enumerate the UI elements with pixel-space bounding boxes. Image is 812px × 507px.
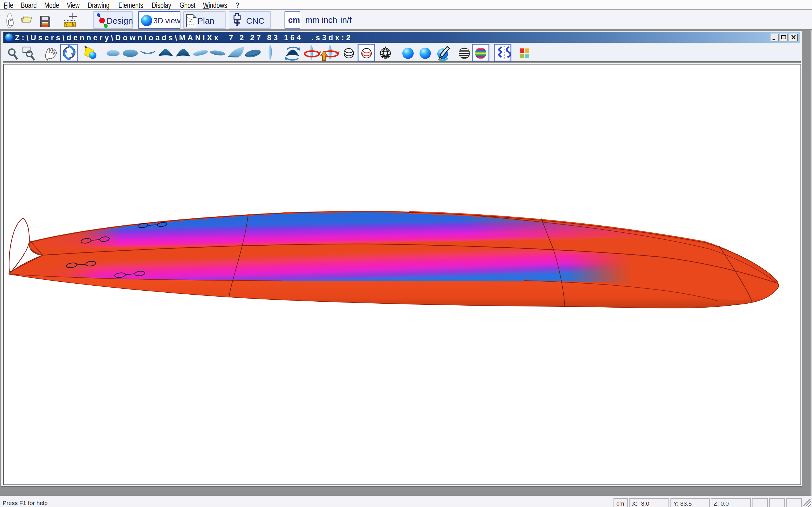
svg-text:0: 0: [72, 24, 74, 27]
svg-text:1: 1: [66, 24, 68, 27]
